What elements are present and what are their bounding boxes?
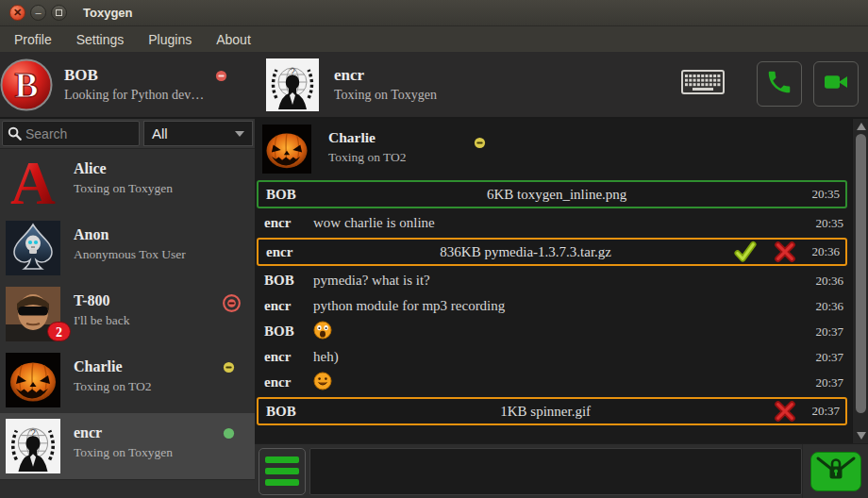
peer-profile-card: ? encr Toxing on Toxygen	[255, 52, 868, 117]
self-name: BOB	[64, 66, 204, 85]
message-sender: encr	[255, 374, 313, 390]
away-status-icon	[474, 136, 486, 153]
file-name-label: 1KB spinner.gif	[317, 404, 774, 420]
chat-contact-status-message: Toxing on TO2	[328, 150, 407, 165]
audio-call-button[interactable]	[757, 61, 802, 107]
svg-text:B: B	[14, 65, 38, 105]
away-status-icon	[223, 360, 235, 376]
chat-scrollbar[interactable]	[852, 119, 868, 443]
contact-name: encr	[74, 424, 223, 441]
contact-info: encrToxing on Toxygen	[74, 424, 223, 479]
message-sender: BOB	[255, 273, 313, 289]
contact-status-message: Toxing on Toxygen	[74, 445, 223, 460]
contact-row-t-800[interactable]: 2T-800I'll be back	[0, 281, 255, 347]
message-list: BOB6KB toxygen_inline.png20:35encrwow ch…	[255, 180, 868, 425]
contact-status-message: Toxing on Toxygen	[74, 181, 223, 196]
header: B BOB Looking for Python dev… ? encr Tox…	[0, 52, 868, 117]
pumpkin-avatar	[6, 353, 60, 407]
contact-info: AnonAnonymous Tox User	[74, 226, 223, 281]
message-row: encr20:37	[255, 370, 868, 395]
contact-status-message: Toxing on TO2	[74, 379, 223, 394]
cancel-file-button[interactable]	[774, 241, 796, 263]
contact-row-alice[interactable]: AAliceToxing on Toxygen	[0, 149, 255, 215]
scroll-down-icon[interactable]	[857, 432, 866, 440]
menu-item-settings[interactable]: Settings	[64, 26, 137, 52]
menu-item-plugins[interactable]: Plugins	[136, 26, 204, 52]
busy-unread-status-icon	[223, 299, 241, 315]
message-text	[313, 372, 815, 394]
message-row: BOB20:37	[255, 319, 868, 344]
self-avatar[interactable]: B	[0, 58, 53, 111]
self-profile-card[interactable]: B BOB Looking for Python dev…	[0, 52, 255, 117]
contact-status-column	[223, 294, 240, 347]
message-sender: encr	[255, 215, 313, 231]
message-input[interactable]	[309, 448, 802, 495]
message-history: Charlie Toxing on TO2 BOB6KB toxygen_inl…	[255, 119, 868, 443]
contact-name: T-800	[74, 292, 223, 309]
window-title: Toxygen	[83, 6, 133, 20]
hamburger-icon	[265, 456, 299, 463]
peer-name: encr	[334, 66, 437, 85]
chat-panel: Charlie Toxing on TO2 BOB6KB toxygen_inl…	[255, 119, 868, 498]
contact-info: T-800I'll be back	[74, 292, 223, 347]
contact-name: Anon	[74, 226, 223, 243]
contact-row-anon[interactable]: AnonAnonymous Tox User	[0, 215, 255, 281]
self-status-message: Looking for Python dev…	[64, 88, 204, 103]
search-icon	[8, 126, 22, 141]
spade-skull-avatar	[6, 221, 60, 275]
toxygen-window: ✕ – Toxygen ProfileSettingsPluginsAbout …	[0, 0, 868, 498]
contact-filter-dropdown[interactable]: All	[143, 121, 253, 146]
title-bar: ✕ – Toxygen	[0, 0, 868, 26]
maximize-icon[interactable]	[51, 5, 67, 21]
contact-name: Charlie	[74, 358, 223, 375]
scroll-up-icon[interactable]	[857, 123, 866, 130]
search-box	[2, 121, 140, 146]
close-icon[interactable]: ✕	[9, 5, 25, 21]
busy-status-icon	[215, 69, 227, 86]
smile-emoji	[313, 372, 332, 390]
contact-row-encr[interactable]: ? encrToxing on Toxygen	[0, 413, 255, 479]
cancel-file-button[interactable]	[774, 400, 796, 423]
minimize-icon[interactable]: –	[30, 5, 46, 21]
online-status-icon	[223, 426, 235, 442]
file-transfer-row: encr836KB pymedia-1.3.7.3.tar.gz20:36	[257, 238, 847, 266]
file-actions	[734, 241, 796, 263]
menu-item-about[interactable]: About	[204, 26, 263, 52]
file-transfer-row: BOB1KB spinner.gif20:37	[257, 397, 847, 425]
message-row: encrwow charlie is online20:35	[255, 210, 868, 236]
phone-icon	[765, 68, 793, 100]
message-time: 20:35	[811, 187, 845, 202]
message-sender: BOB	[259, 404, 317, 420]
menu-bar: ProfileSettingsPluginsAbout	[0, 26, 868, 52]
message-sender: encr	[259, 244, 317, 260]
message-sender: BOB	[255, 324, 313, 340]
contact-row-charlie[interactable]: CharlieToxing on TO2	[0, 347, 255, 413]
anonymous-avatar: ?	[6, 419, 60, 473]
keyboard-icon[interactable]	[681, 70, 725, 98]
sidebar-filler	[0, 479, 255, 498]
scrollbar-thumb[interactable]	[856, 134, 866, 413]
letter-a-avatar: A	[6, 155, 60, 209]
chat-contact-avatar	[262, 124, 311, 174]
message-sender: encr	[255, 298, 313, 314]
message-text: python module for mp3 recording	[313, 298, 815, 314]
message-text: heh)	[313, 349, 815, 365]
chat-contact-name: Charlie	[328, 129, 407, 146]
contact-info: CharlieToxing on TO2	[74, 358, 223, 413]
message-row: encrpython module for mp3 recording20:36	[255, 293, 868, 319]
terminator-avatar: 2	[6, 287, 60, 341]
attachments-menu-button[interactable]	[259, 448, 306, 495]
accept-file-button[interactable]	[734, 241, 757, 263]
menu-item-profile[interactable]: Profile	[2, 26, 64, 52]
video-call-button[interactable]	[813, 61, 859, 107]
send-message-button[interactable]	[810, 452, 861, 491]
contact-status-message: I'll be back	[74, 313, 223, 328]
message-row: BOBpymedia? what is it?20:36	[255, 268, 868, 293]
search-input[interactable]	[25, 126, 127, 141]
file-name-label: 836KB pymedia-1.3.7.3.tar.gz	[317, 244, 734, 260]
message-text: pymedia? what is it?	[313, 273, 815, 289]
chat-contact-info: Charlie Toxing on TO2	[328, 129, 407, 178]
message-sender: encr	[255, 349, 313, 365]
contact-list: AAliceToxing on Toxygen AnonAnonymous To…	[0, 149, 255, 479]
chevron-down-icon	[235, 131, 244, 137]
